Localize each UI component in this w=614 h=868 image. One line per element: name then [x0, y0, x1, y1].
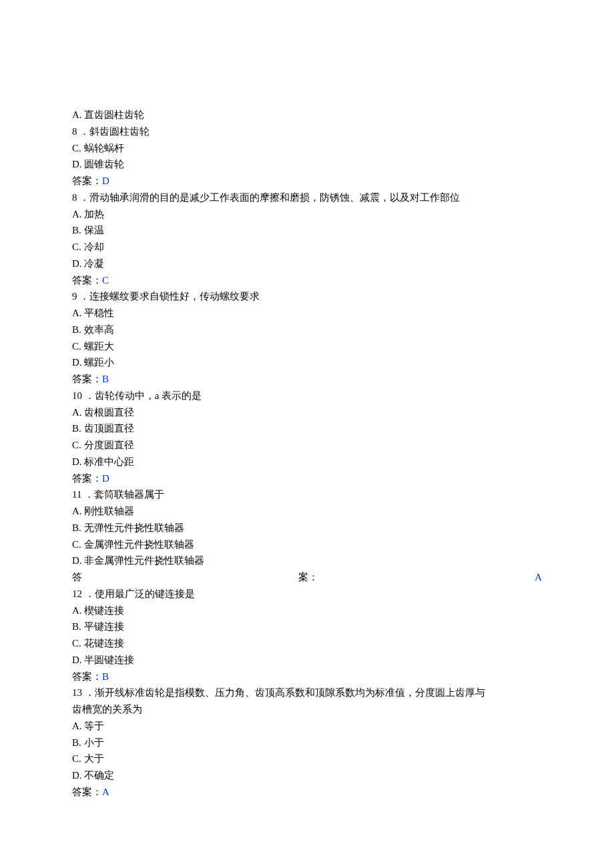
q10-answer-label: 答案： — [72, 473, 102, 484]
q9-option-a: A. 平稳性 — [72, 305, 542, 322]
q8-option-d: D. 冷凝 — [72, 256, 542, 272]
q8-option-b: B. 保温 — [72, 222, 542, 239]
q13-option-d: D. 不确定 — [72, 767, 542, 784]
q11-option-d: D. 非金属弹性元件挠性联轴器 — [72, 552, 542, 569]
q9-option-c: C. 螺距大 — [72, 338, 542, 355]
q13-answer: 答案：A — [72, 784, 542, 801]
q8-answer-value: C — [102, 275, 109, 286]
q13-option-c: C. 大于 — [72, 751, 542, 767]
q10-option-a: A. 齿根圆直径 — [72, 404, 542, 421]
q11-answer-mid: 案： — [298, 569, 318, 586]
q8-option-a: A. 加热 — [72, 206, 542, 223]
q12-option-c: C. 花键连接 — [72, 635, 542, 652]
q13-stem-line1: 13 ．渐开线标准齿轮是指模数、压力角、齿顶高系数和顶隙系数均为标准值，分度圆上… — [72, 685, 542, 701]
q12-answer: 答案：B — [72, 669, 542, 685]
q10-option-d: D. 标准中心距 — [72, 454, 542, 470]
q7-answer-label: 答案： — [72, 175, 102, 186]
q13-stem-line2: 齿槽宽的关系为 — [72, 701, 542, 718]
q9-option-b: B. 效率高 — [72, 322, 542, 338]
q13-answer-label: 答案： — [72, 787, 102, 797]
q11-option-b: B. 无弹性元件挠性联轴器 — [72, 520, 542, 536]
q11-option-c: C. 金属弹性元件挠性联轴器 — [72, 536, 542, 553]
q13-option-b: B. 小于 — [72, 735, 542, 751]
q7-answer-value: D — [102, 175, 109, 186]
q9-stem: 9 ．连接螺纹要求自锁性好，传动螺纹要求 — [72, 288, 542, 305]
q11-answer-left: 答 — [72, 569, 82, 586]
q9-answer-label: 答案： — [72, 374, 102, 384]
q13-option-a: A. 等于 — [72, 718, 542, 735]
q12-answer-value: B — [102, 671, 109, 682]
q12-option-a: A. 楔键连接 — [72, 602, 542, 619]
q12-option-b: B. 平键连接 — [72, 618, 542, 635]
q10-stem: 10 ．齿轮传动中，a 表示的是 — [72, 388, 542, 404]
q8-answer-label: 答案： — [72, 275, 102, 286]
q13-answer-value: A — [102, 787, 109, 797]
q11-answer: 答 案： A — [72, 569, 542, 586]
q11-option-a: A. 刚性联轴器 — [72, 503, 542, 520]
q10-answer: 答案：D — [72, 470, 542, 487]
q7-option-a: A. 直齿圆柱齿轮 — [72, 107, 542, 123]
q12-stem: 12 ．使用最广泛的键连接是 — [72, 586, 542, 602]
q7-option-b: 8 ．斜齿圆柱齿轮 — [72, 123, 542, 140]
q10-option-c: C. 分度圆直径 — [72, 437, 542, 454]
q7-option-c: C. 蜗轮蜗杆 — [72, 140, 542, 157]
q8-answer: 答案：C — [72, 272, 542, 289]
q11-stem: 11 ．套筒联轴器属于 — [72, 486, 542, 503]
q10-answer-value: D — [102, 473, 109, 484]
q12-option-d: D. 半圆键连接 — [72, 652, 542, 669]
q7-option-d: D. 圆锥齿轮 — [72, 156, 542, 173]
q11-answer-value: A — [535, 569, 542, 586]
q8-stem: 8 ．滑动轴承润滑的目的是减少工作表面的摩擦和磨损，防锈蚀、减震，以及对工作部位 — [72, 189, 542, 206]
q9-option-d: D. 螺距小 — [72, 354, 542, 371]
q8-option-c: C. 冷却 — [72, 239, 542, 256]
q10-option-b: B. 齿顶圆直径 — [72, 420, 542, 437]
q7-answer: 答案：D — [72, 173, 542, 189]
q12-answer-label: 答案： — [72, 671, 102, 682]
q9-answer-value: B — [102, 374, 109, 384]
q9-answer: 答案：B — [72, 371, 542, 388]
